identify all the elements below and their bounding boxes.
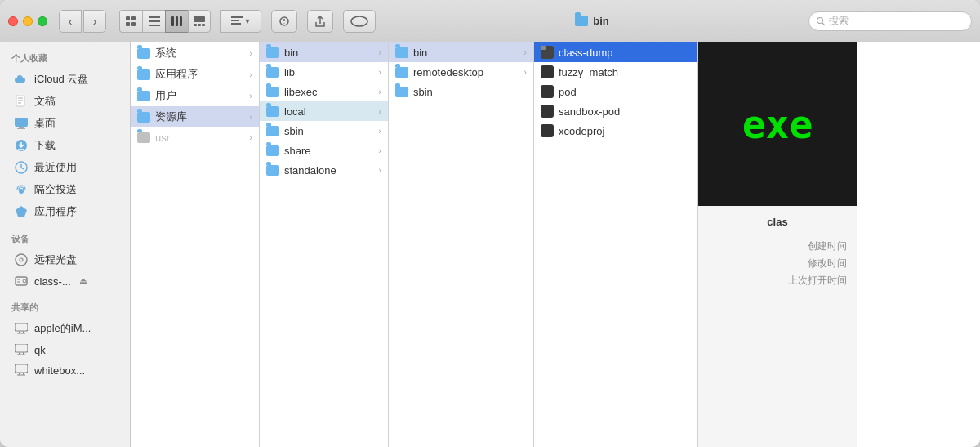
sidebar-item-imac[interactable]: apple的iM... — [3, 318, 127, 339]
meta-opened: 上次打开时间 — [708, 272, 847, 289]
sidebar-item-airdrop[interactable]: 隔空投送 — [3, 179, 127, 200]
svg-rect-12 — [198, 24, 201, 26]
svg-rect-51 — [15, 364, 28, 373]
window-title: bin — [382, 15, 802, 27]
disk-icon — [15, 275, 28, 288]
folder-icon — [266, 145, 279, 156]
preview-exec-label: exe — [742, 101, 813, 147]
icon-view-button[interactable] — [119, 10, 142, 33]
sidebar-item-icloud[interactable]: iCloud 云盘 — [3, 69, 127, 90]
list-item[interactable]: 用户 › — [131, 85, 259, 106]
chevron-right-icon: › — [249, 69, 252, 79]
chevron-right-icon: › — [523, 67, 527, 77]
desktop-icon — [15, 117, 28, 130]
svg-rect-7 — [172, 16, 174, 26]
chevron-right-icon: › — [378, 47, 381, 57]
list-item[interactable]: sbin — [389, 82, 533, 101]
search-icon — [816, 16, 826, 26]
meta-modified: 修改时间 — [708, 255, 847, 272]
list-item[interactable]: bin › — [389, 42, 533, 62]
list-item[interactable]: share › — [260, 141, 388, 160]
tag-button[interactable] — [343, 10, 376, 33]
svg-rect-2 — [126, 22, 130, 26]
folder-icon — [395, 67, 408, 78]
exec-icon — [541, 124, 554, 137]
column-4: class-dump fuzzy_match pod sandbox-pod x… — [534, 42, 697, 447]
sidebar-section-devices: 设备 — [0, 223, 130, 248]
folder-icon — [137, 132, 150, 143]
chevron-right-icon: › — [378, 126, 381, 136]
close-button[interactable] — [8, 16, 18, 26]
eject-icon[interactable]: ⏏ — [79, 276, 87, 287]
svg-point-38 — [20, 258, 23, 261]
chevron-right-icon: › — [378, 145, 381, 155]
svg-rect-11 — [194, 24, 197, 26]
svg-point-35 — [19, 189, 24, 194]
list-item[interactable]: lib › — [260, 62, 388, 82]
folder-icon — [266, 67, 279, 78]
back-button[interactable]: ‹ — [59, 10, 82, 33]
list-item[interactable]: standalone › — [260, 160, 388, 180]
share-button[interactable] — [307, 10, 333, 33]
svg-rect-47 — [15, 344, 28, 352]
svg-rect-15 — [231, 20, 239, 21]
list-item[interactable]: 资源库 › — [131, 106, 259, 127]
column-3: bin › remotedesktop › sbin — [389, 42, 534, 447]
meta-created: 创建时间 — [708, 238, 847, 255]
column-view-button[interactable] — [165, 10, 188, 33]
finder-window: ‹ › ▼ — [0, 0, 980, 447]
list-item[interactable]: pod — [534, 82, 697, 101]
main-content: 个人收藏 iCloud 云盘 文稿 桌面 — [0, 42, 980, 447]
exec-icon — [541, 105, 554, 118]
sidebar-item-optical[interactable]: 远程光盘 — [3, 249, 127, 270]
svg-rect-13 — [202, 24, 205, 26]
folder-icon — [266, 106, 279, 117]
svg-rect-29 — [19, 127, 24, 128]
search-bar[interactable]: 搜索 — [808, 11, 972, 31]
list-item[interactable]: bin › — [260, 42, 388, 62]
sidebar-item-qk[interactable]: qk — [3, 340, 127, 360]
list-item[interactable]: class-dump — [534, 42, 697, 62]
sidebar-item-desktop[interactable]: 桌面 — [3, 113, 127, 134]
sidebar-item-docs[interactable]: 文稿 — [3, 91, 127, 112]
group-button[interactable]: ▼ — [220, 10, 261, 33]
sidebar-item-downloads[interactable]: 下载 — [3, 135, 127, 156]
sidebar-item-classdump-disk[interactable]: class-... ⏏ — [3, 271, 127, 291]
gallery-view-button[interactable] — [188, 10, 211, 33]
columns-area: 系统 › 应用程序 › 用户 › 资源库 › — [131, 42, 980, 447]
list-item[interactable]: remotedesktop › — [389, 62, 533, 82]
sidebar-item-apps[interactable]: 应用程序 — [3, 201, 127, 222]
svg-rect-5 — [149, 20, 160, 22]
svg-rect-1 — [131, 16, 136, 20]
list-item[interactable]: fuzzy_match — [534, 62, 697, 82]
svg-line-23 — [822, 23, 825, 25]
exec-icon — [541, 65, 554, 78]
forward-button[interactable]: › — [83, 10, 106, 33]
list-item[interactable]: sandbox-pod — [534, 101, 697, 121]
icloud-icon — [15, 73, 28, 86]
list-item[interactable]: 应用程序 › — [131, 64, 259, 85]
list-item[interactable]: 系统 › — [131, 42, 259, 64]
preview-name: clas — [760, 206, 794, 231]
chevron-right-icon: › — [378, 87, 381, 96]
sidebar-item-whitebox[interactable]: whitebox... — [3, 360, 127, 380]
sidebar-item-recents[interactable]: 最近使用 — [3, 157, 127, 178]
svg-point-21 — [351, 16, 368, 26]
sidebar-section-shared: 共享的 — [0, 292, 130, 317]
sidebar: 个人收藏 iCloud 云盘 文稿 桌面 — [0, 42, 131, 447]
list-item[interactable]: xcodeproj — [534, 121, 697, 141]
svg-point-37 — [16, 254, 27, 266]
svg-rect-0 — [126, 16, 130, 20]
folder-icon — [137, 91, 150, 101]
action-button[interactable] — [271, 10, 297, 33]
list-item[interactable]: usr › — [131, 127, 259, 147]
list-item[interactable]: local › — [260, 101, 388, 121]
svg-rect-3 — [131, 22, 136, 26]
maximize-button[interactable] — [38, 16, 47, 26]
minimize-button[interactable] — [23, 16, 33, 26]
list-view-button[interactable] — [142, 10, 165, 33]
list-item[interactable]: sbin › — [260, 121, 388, 141]
folder-icon — [266, 126, 279, 136]
list-item[interactable]: libexec › — [260, 82, 388, 101]
chevron-right-icon: › — [523, 47, 527, 57]
